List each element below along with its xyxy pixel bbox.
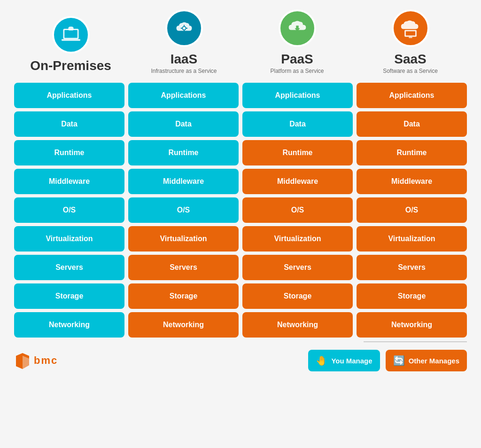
legend: 🤚 You Manage 🔄 Other Manages [308,350,467,371]
iaas-title: IaaS [171,52,198,67]
cell-paas-row5: Virtualization [242,226,353,252]
icon-circle-on-premises [52,16,90,54]
you-manage-legend: 🤚 You Manage [308,350,380,371]
col-header-iaas: IaaS Infrastructure as a Service [132,9,236,74]
col-header-paas: PaaS Platform as a Service [246,9,349,74]
bmc-logo-icon [14,352,31,369]
col-header-on-premises: On-Premises [19,16,123,74]
paas-subtitle: Platform as a Service [270,68,324,74]
icon-circle-iaas [165,9,203,47]
divider [364,341,467,342]
cell-saas-row0: Applications [357,83,467,108]
cell-iaas-row0: Applications [128,83,239,108]
saas-subtitle: Software as a Service [383,68,438,74]
other-manages-label: Other Manages [409,357,459,365]
svg-rect-9 [180,28,182,29]
column-on-premises: ApplicationsDataRuntimeMiddlewareO/SVirt… [14,83,124,338]
svg-rect-2 [61,39,80,41]
cell-iaas-row8: Networking [128,312,239,338]
cell-iaas-row5: Virtualization [128,226,239,252]
cell-on-premises-row8: Networking [14,312,124,338]
cell-iaas-row7: Storage [128,283,239,309]
column-iaas: ApplicationsDataRuntimeMiddlewareO/SVirt… [128,83,239,338]
cell-saas-row6: Servers [357,255,467,280]
cell-on-premises-row4: O/S [14,197,124,223]
bmc-logo: bmc [14,352,58,369]
cell-on-premises-row7: Storage [14,283,124,309]
column-saas: ApplicationsDataRuntimeMiddlewareO/SVirt… [357,83,467,338]
cell-iaas-row2: Runtime [128,140,239,165]
cell-paas-row4: O/S [242,197,353,223]
comparison-grid: ApplicationsDataRuntimeMiddlewareO/SVirt… [9,83,472,338]
cell-saas-row5: Virtualization [357,226,467,252]
cloud-monitor-icon [400,18,421,39]
svg-rect-14 [405,31,415,35]
cell-saas-row7: Storage [357,283,467,309]
svg-point-6 [183,27,186,30]
cell-iaas-row6: Servers [128,255,239,280]
cell-saas-row2: Runtime [357,140,467,165]
column-paas: ApplicationsDataRuntimeMiddlewareO/SVirt… [242,83,353,338]
hand-icon: 🤚 [316,355,327,366]
gear-cloud-icon [174,18,194,39]
cell-on-premises-row2: Runtime [14,140,124,165]
other-manages-legend: 🔄 Other Manages [386,350,467,371]
icon-circle-saas [392,9,429,47]
cell-paas-row7: Storage [242,283,353,309]
you-manage-label: You Manage [331,357,372,365]
cloud-download-icon [287,18,308,39]
svg-rect-1 [64,30,78,38]
cell-on-premises-row3: Middleware [14,169,124,194]
cell-iaas-row1: Data [128,111,239,137]
saas-title: SaaS [394,52,427,67]
refresh-icon: 🔄 [393,355,405,366]
cell-saas-row8: Networking [357,312,467,338]
cell-on-premises-row1: Data [14,111,124,137]
cell-saas-row4: O/S [357,197,467,223]
cell-iaas-row3: Middleware [128,169,239,194]
svg-rect-10 [186,28,187,29]
cell-on-premises-row6: Servers [14,255,124,280]
cell-paas-row8: Networking [242,312,353,338]
footer: bmc 🤚 You Manage 🔄 Other Manages [9,350,472,371]
brand-name: bmc [34,354,58,367]
main-container: On-Premises IaaS Infrastructure as a Ser… [0,0,481,448]
col-header-saas: SaaS Software as a Service [359,9,462,74]
svg-rect-8 [184,30,185,32]
icon-circle-paas [279,9,316,47]
cell-paas-row2: Runtime [242,140,353,165]
cell-paas-row6: Servers [242,255,353,280]
cell-saas-row3: Middleware [357,169,467,194]
cell-paas-row1: Data [242,111,353,137]
cell-saas-row1: Data [357,111,467,137]
svg-rect-7 [184,25,185,27]
laptop-icon [61,24,81,45]
cell-paas-row0: Applications [242,83,353,108]
paas-title: PaaS [281,52,313,67]
svg-rect-15 [409,37,412,38]
svg-rect-12 [295,32,300,34]
iaas-subtitle: Infrastructure as a Service [151,68,217,74]
cell-on-premises-row5: Virtualization [14,226,124,252]
cell-on-premises-row0: Applications [14,83,124,108]
cell-paas-row3: Middleware [242,169,353,194]
svg-rect-4 [69,27,72,28]
header-row: On-Premises IaaS Infrastructure as a Ser… [9,9,472,74]
on-premises-title: On-Premises [30,58,111,73]
cell-iaas-row4: O/S [128,197,239,223]
